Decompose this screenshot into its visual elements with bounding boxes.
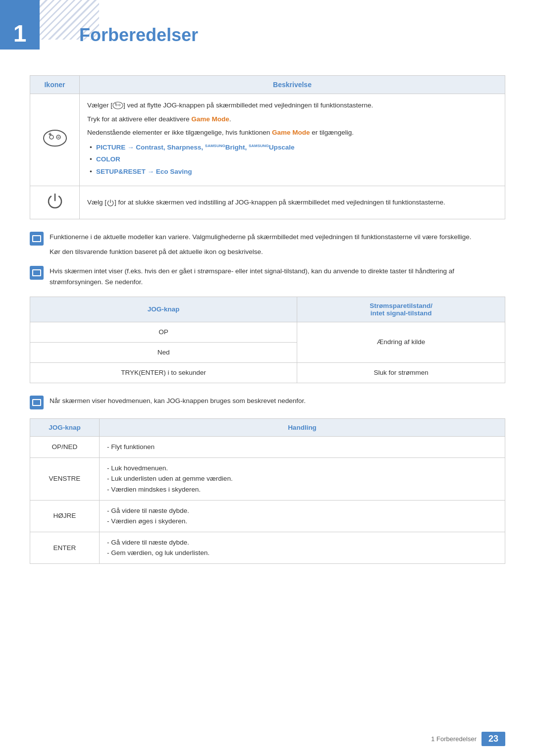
jog-table-col1-header: JOG-knap — [30, 297, 297, 322]
jog-table-col2-header: Strømsparetilstand/intet signal-tilstand — [297, 297, 505, 322]
bullet-item-setup: SETUP&RESET → Eco Saving — [87, 166, 497, 177]
feature-bullet-list: PICTURE → Contrast, Sharpness, SAMSUNGBr… — [87, 142, 497, 177]
svg-point-1 — [50, 135, 54, 139]
main-table-col2-header: Beskrivelse — [80, 76, 505, 94]
table-row-power: Vælg [] for at slukke skærmen ved indsti… — [30, 186, 505, 219]
svg-point-7 — [115, 104, 117, 106]
handling-key-venstre: VENSTRE — [30, 457, 100, 500]
jog-key-ned: Ned — [30, 342, 297, 362]
gamepad-description-cell: Vælger [] ved at flytte JOG-knappen på s… — [80, 94, 505, 186]
svg-point-8 — [118, 104, 120, 106]
handling-value-opned: - Flyt funktionen — [100, 437, 505, 458]
note-block-2: Hvis skærmen intet viser (f.eks. hvis de… — [30, 266, 505, 287]
note-icon-inner-3 — [32, 399, 41, 406]
handling-row-opned: OP/NED - Flyt funktionen — [30, 437, 505, 458]
note1-para2: Kør den tilsvarende funktion baseret på … — [50, 247, 505, 257]
note-icon-inner-2 — [32, 269, 41, 276]
table-row: Vælger [] ved at flytte JOG-knappen på s… — [30, 94, 505, 186]
chapter-title: Forberedelser — [79, 15, 505, 46]
handling-key-enter: ENTER — [30, 532, 100, 563]
power-icon — [46, 192, 64, 210]
handling-key-hoejre: HØJRE — [30, 500, 100, 532]
bullet-item-picture: PICTURE → Contrast, Sharpness, SAMSUNGBr… — [87, 142, 497, 153]
power-description-cell: Vælg [] for at slukke skærmen ved indsti… — [80, 186, 505, 219]
jog-value-power: Sluk for strømmen — [297, 363, 505, 383]
jog-key-op: OP — [30, 322, 297, 342]
gamepad-icon — [43, 129, 67, 148]
desc-para2: Tryk for at aktivere eller deaktivere Ga… — [87, 114, 497, 125]
footer-text: 1 Forberedelser — [431, 735, 477, 743]
handling-value-enter: - Gå videre til næste dybde. - Gem værdi… — [100, 532, 505, 563]
handling-table: JOG-knap Handling OP/NED - Flyt funktion… — [30, 418, 505, 564]
note-icon-2 — [30, 266, 44, 280]
chapter-header: 1 Forberedelser — [0, 0, 535, 55]
power-desc: Vælg [] for at slukke skærmen ved indsti… — [87, 197, 497, 208]
power-icon-cell — [30, 186, 80, 219]
content-area: Ikoner Beskrivelse — [0, 70, 535, 606]
handling-row-enter: ENTER - Gå videre til næste dybde. - Gem… — [30, 532, 505, 563]
main-table: Ikoner Beskrivelse — [30, 75, 505, 219]
chapter-number: 1 — [13, 22, 27, 46]
game-mode-text1: Game Mode — [191, 115, 229, 123]
gamepad-icon-cell — [30, 94, 80, 186]
note-text-2: Hvis skærmen intet viser (f.eks. hvis de… — [50, 266, 505, 287]
handling-value-venstre: - Luk hovedmenuen. - Luk underlisten ude… — [100, 457, 505, 500]
jog-row-enter: TRYK(ENTER) i to sekunder Sluk for strøm… — [30, 363, 505, 383]
note-text-1: Funktionerne i de aktuelle modeller kan … — [50, 232, 505, 257]
chapter-number-block: 1 — [0, 0, 40, 50]
main-table-col1-header: Ikoner — [30, 76, 80, 94]
jog-row-op: OP Ændring af kilde — [30, 322, 505, 342]
note-icon-3 — [30, 396, 44, 409]
handling-row-venstre: VENSTRE - Luk hovedmenuen. - Luk underli… — [30, 457, 505, 500]
jog-value-source: Ændring af kilde — [297, 322, 505, 363]
desc-para3: Nedenstående elementer er ikke tilgængel… — [87, 127, 497, 138]
note1-para1: Funktionerne i de aktuelle modeller kan … — [50, 232, 505, 243]
game-mode-text2: Game Mode — [272, 129, 310, 136]
handling-value-hoejre: - Gå videre til næste dybde. - Værdien ø… — [100, 500, 505, 532]
svg-point-6 — [113, 102, 123, 109]
note-block-3: Når skærmen viser hovedmenuen, kan JOG-k… — [30, 396, 505, 409]
page-container: 1 Forberedelser Ikoner Beskrivelse — [0, 0, 535, 756]
handling-key-opned: OP/NED — [30, 437, 100, 458]
note-text-3: Når skærmen viser hovedmenuen, kan JOG-k… — [50, 396, 505, 406]
page-footer: 1 Forberedelser 23 — [431, 732, 505, 746]
note-block-1: Funktionerne i de aktuelle modeller kan … — [30, 232, 505, 257]
note-icon-inner — [32, 235, 41, 242]
handling-col1-header: JOG-knap — [30, 419, 100, 437]
note-icon-1 — [30, 232, 44, 246]
jog-key-enter: TRYK(ENTER) i to sekunder — [30, 363, 297, 383]
desc-para1: Vælger [] ved at flytte JOG-knappen på s… — [87, 100, 497, 111]
jog-table: JOG-knap Strømsparetilstand/intet signal… — [30, 297, 505, 384]
svg-point-0 — [44, 130, 66, 146]
footer-page-number: 23 — [482, 732, 505, 746]
bullet-item-color: COLOR — [87, 154, 497, 165]
handling-row-hoejre: HØJRE - Gå videre til næste dybde. - Vær… — [30, 500, 505, 532]
handling-col2-header: Handling — [100, 419, 505, 437]
